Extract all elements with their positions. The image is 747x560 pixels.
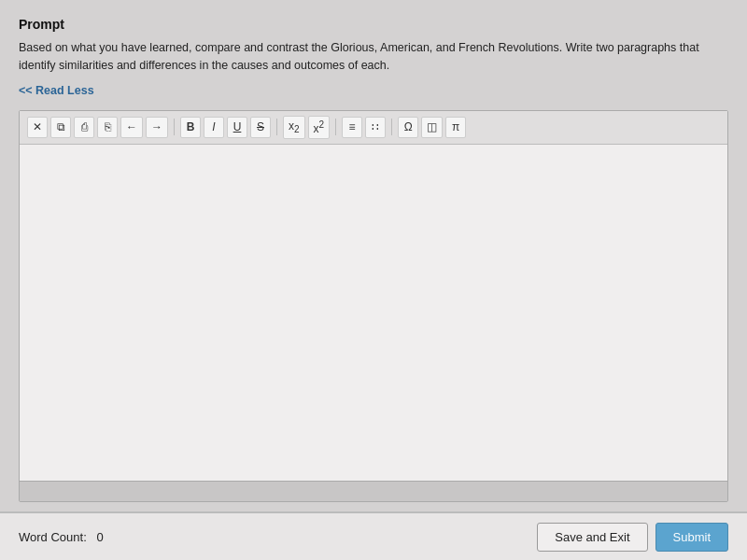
superscript-btn[interactable]: x2 [308,116,331,140]
redo-btn[interactable]: → [146,117,168,138]
prompt-text: Based on what you have learned, compare … [19,39,728,75]
editor-wrapper: ✕ ⧉ ⎙ ⎘ ← → B I U S [19,110,728,503]
toolbar-separator-2 [276,119,277,135]
bottom-buttons: Save and Exit Submit [537,523,728,552]
subscript-btn[interactable]: x2 [283,116,305,139]
word-count-label: Word Count: [19,530,87,544]
bold-btn[interactable]: B [180,117,201,138]
list-ul-btn[interactable]: ≡ [342,117,362,138]
word-count: Word Count: 0 [19,530,104,544]
undo-btn[interactable]: ← [120,117,143,138]
cut-btn[interactable]: ✕ [27,117,48,138]
editor-footer [20,481,727,501]
toolbar-separator-3 [335,119,336,135]
submit-button[interactable]: Submit [655,523,728,552]
underline-btn[interactable]: U [227,117,247,138]
main-container: Prompt Based on what you have learned, c… [0,0,747,560]
italic-btn[interactable]: I [204,117,224,138]
word-count-value: 0 [97,530,104,544]
strikethrough-btn[interactable]: S [250,117,271,138]
prompt-title: Prompt [19,17,728,32]
paste-btn[interactable]: ⎙ [74,117,94,138]
math-btn[interactable]: π [445,117,466,138]
toolbar-separator-4 [391,119,392,135]
paste-plain-btn[interactable]: ⎘ [97,117,118,138]
content-area: Prompt Based on what you have learned, c… [0,0,747,511]
table-btn[interactable]: ◫ [421,117,443,138]
toolbar: ✕ ⧉ ⎙ ⎘ ← → B I U S [20,111,727,146]
editor-body[interactable] [20,145,727,481]
editor-textarea[interactable] [27,152,720,473]
read-less-link[interactable]: << Read Less [19,84,728,97]
copy-btn[interactable]: ⧉ [50,117,71,138]
special-char-btn[interactable]: Ω [398,117,418,138]
toolbar-separator-1 [174,119,175,135]
list-ol-btn[interactable]: ∷ [365,117,386,138]
save-exit-button[interactable]: Save and Exit [537,523,647,552]
bottom-bar: Word Count: 0 Save and Exit Submit [0,511,747,560]
